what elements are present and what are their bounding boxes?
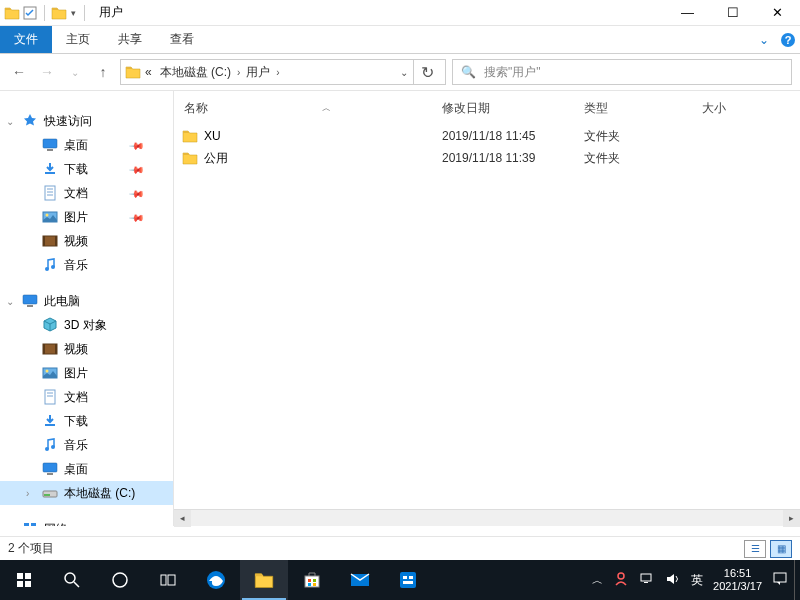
- file-type: 文件夹: [574, 150, 692, 167]
- people-icon[interactable]: [613, 571, 629, 589]
- scroll-left-icon[interactable]: ◂: [174, 510, 191, 527]
- tree-desktop[interactable]: 桌面: [0, 457, 173, 481]
- recent-dropdown-icon[interactable]: ⌄: [64, 61, 86, 83]
- show-desktop-button[interactable]: [794, 560, 800, 600]
- search-icon: 🔍: [461, 65, 476, 79]
- star-icon: [22, 113, 38, 129]
- title-bar: ▾ 用户 — ☐ ✕: [0, 0, 800, 26]
- clock-date: 2021/3/17: [713, 580, 762, 593]
- svg-rect-49: [403, 576, 407, 579]
- qat-dropdown-icon[interactable]: ▾: [69, 8, 78, 18]
- tray-overflow-icon[interactable]: ︿: [592, 573, 603, 588]
- minimize-button[interactable]: —: [665, 0, 710, 26]
- folder-icon: [4, 5, 20, 21]
- svg-text:?: ?: [785, 34, 792, 46]
- close-button[interactable]: ✕: [755, 0, 800, 26]
- breadcrumb-separator-icon[interactable]: ›: [235, 67, 242, 78]
- column-size[interactable]: 大小: [692, 100, 752, 117]
- cortana-button[interactable]: [96, 560, 144, 600]
- search-button[interactable]: [48, 560, 96, 600]
- tree-pictures[interactable]: 图片: [0, 361, 173, 385]
- music-icon: [42, 437, 58, 453]
- icons-view-button[interactable]: ▦: [770, 540, 792, 558]
- column-type[interactable]: 类型: [574, 100, 692, 117]
- scroll-right-icon[interactable]: ▸: [783, 510, 800, 527]
- qat-divider: [44, 5, 45, 21]
- ribbon-expand-icon[interactable]: ⌄: [752, 26, 776, 53]
- task-view-button[interactable]: [144, 560, 192, 600]
- volume-icon[interactable]: [665, 571, 681, 589]
- edge-button[interactable]: [192, 560, 240, 600]
- music-icon: [42, 257, 58, 273]
- forward-button[interactable]: →: [36, 61, 58, 83]
- chevron-right-icon[interactable]: ›: [26, 488, 29, 499]
- file-row[interactable]: XU 2019/11/18 11:45 文件夹: [174, 125, 800, 147]
- tree-3d-objects[interactable]: 3D 对象: [0, 313, 173, 337]
- svg-rect-6: [45, 186, 55, 200]
- address-dropdown-icon[interactable]: ⌄: [395, 67, 413, 78]
- up-button[interactable]: ↑: [92, 61, 114, 83]
- tree-documents[interactable]: 文档📌: [0, 181, 173, 205]
- horizontal-scrollbar[interactable]: ◂ ▸: [174, 509, 800, 526]
- tree-music[interactable]: 音乐: [0, 253, 173, 277]
- tree-pictures[interactable]: 图片📌: [0, 205, 173, 229]
- download-icon: [42, 413, 58, 429]
- tree-quick-access[interactable]: ⌄ 快速访问: [0, 109, 173, 133]
- network-icon: [22, 521, 38, 526]
- tree-local-disk-c[interactable]: ›本地磁盘 (C:): [0, 481, 173, 505]
- chevron-down-icon[interactable]: ⌄: [6, 116, 14, 127]
- tree-network[interactable]: 网络: [0, 517, 173, 526]
- system-tray[interactable]: ︿ 英 16:51 2021/3/17: [592, 567, 794, 593]
- tree-this-pc[interactable]: ⌄ 此电脑: [0, 289, 173, 313]
- mail-button[interactable]: [336, 560, 384, 600]
- svg-point-15: [45, 267, 49, 271]
- tree-downloads[interactable]: 下载: [0, 409, 173, 433]
- notifications-icon[interactable]: [772, 571, 788, 589]
- tree-downloads[interactable]: 下载📌: [0, 157, 173, 181]
- file-date: 2019/11/18 11:45: [432, 129, 574, 143]
- navigation-tree[interactable]: ⌄ 快速访问 桌面📌 下载📌 文档📌 图片📌 视频 音乐 ⌄ 此电脑 3D 对象…: [0, 91, 174, 526]
- network-tray-icon[interactable]: [639, 571, 655, 589]
- chevron-down-icon[interactable]: ⌄: [6, 296, 14, 307]
- explorer-button[interactable]: [240, 560, 288, 600]
- svg-rect-44: [313, 579, 316, 582]
- help-icon[interactable]: ?: [776, 26, 800, 53]
- svg-rect-34: [17, 581, 23, 587]
- svg-rect-12: [43, 236, 57, 246]
- tab-view[interactable]: 查看: [156, 26, 208, 53]
- app-button[interactable]: [384, 560, 432, 600]
- breadcrumb-localdisk[interactable]: 本地磁盘 (C:): [156, 64, 235, 81]
- breadcrumb-users[interactable]: 用户: [242, 64, 274, 81]
- svg-rect-35: [25, 581, 31, 587]
- details-view-button[interactable]: ☰: [744, 540, 766, 558]
- tab-file[interactable]: 文件: [0, 26, 52, 53]
- store-button[interactable]: [288, 560, 336, 600]
- svg-rect-14: [55, 236, 57, 246]
- tree-music[interactable]: 音乐: [0, 433, 173, 457]
- address-bar[interactable]: « 本地磁盘 (C:) › 用户 › ⌄ ↻: [120, 59, 446, 85]
- start-button[interactable]: [0, 560, 48, 600]
- column-name[interactable]: 名称 ︿: [174, 100, 432, 117]
- properties-icon[interactable]: [22, 5, 38, 21]
- tree-videos[interactable]: 视频: [0, 229, 173, 253]
- svg-rect-39: [161, 575, 166, 585]
- breadcrumb-separator-icon[interactable]: ›: [274, 67, 281, 78]
- status-bar: 2 个项目 ☰ ▦: [0, 536, 800, 560]
- back-button[interactable]: ←: [8, 61, 30, 83]
- breadcrumb-prefix[interactable]: «: [141, 65, 156, 79]
- column-date[interactable]: 修改日期: [432, 100, 574, 117]
- refresh-button[interactable]: ↻: [413, 60, 441, 84]
- tab-home[interactable]: 主页: [52, 26, 104, 53]
- tree-videos[interactable]: 视频: [0, 337, 173, 361]
- file-row[interactable]: 公用 2019/11/18 11:39 文件夹: [174, 147, 800, 169]
- file-date: 2019/11/18 11:39: [432, 151, 574, 165]
- tree-desktop[interactable]: 桌面📌: [0, 133, 173, 157]
- search-input[interactable]: 🔍 搜索"用户": [452, 59, 792, 85]
- tree-label: 图片: [64, 209, 88, 226]
- tab-share[interactable]: 共享: [104, 26, 156, 53]
- maximize-button[interactable]: ☐: [710, 0, 755, 26]
- scroll-track[interactable]: [191, 510, 783, 527]
- tree-documents[interactable]: 文档: [0, 385, 173, 409]
- clock[interactable]: 16:51 2021/3/17: [713, 567, 762, 593]
- ime-indicator[interactable]: 英: [691, 572, 703, 589]
